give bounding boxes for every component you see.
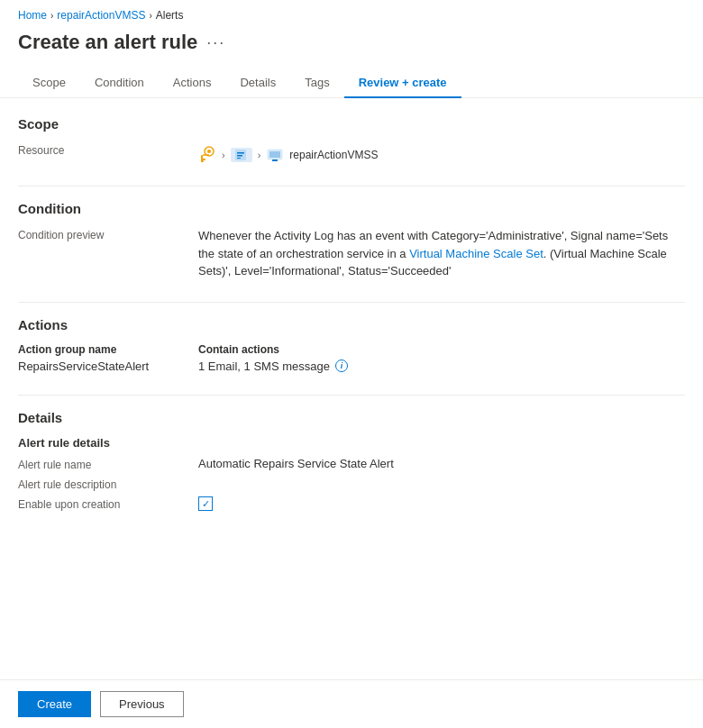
svg-rect-8	[237, 155, 242, 157]
svg-rect-12	[272, 159, 278, 161]
tab-review-create[interactable]: Review + create	[344, 68, 461, 98]
svg-point-1	[207, 150, 211, 153]
contain-actions-value: 1 Email, 1 SMS message i	[198, 359, 348, 373]
scope-resource-label: Resource	[18, 142, 198, 157]
vmss-link[interactable]: Virtual Machine Scale Set	[409, 247, 543, 260]
condition-preview-label: Condition preview	[18, 227, 198, 241]
actions-table: Action group name Contain actions Repair…	[18, 343, 685, 373]
breadcrumb-chevron-2: ›	[149, 11, 151, 21]
condition-preview-value: Whenever the Activity Log has an event w…	[198, 227, 685, 280]
page-title: Create an alert rule	[18, 31, 197, 54]
scope-section-title: Scope	[18, 116, 685, 132]
svg-rect-9	[237, 158, 241, 159]
details-section: Details Alert rule details Alert rule na…	[18, 410, 685, 512]
condition-divider	[18, 302, 685, 303]
alert-rule-description-row: Alert rule description	[18, 477, 685, 491]
actions-count-text: 1 Email, 1 SMS message	[198, 359, 330, 373]
tab-tags[interactable]: Tags	[290, 68, 343, 98]
alert-rule-name-label: Alert rule name	[18, 457, 198, 471]
col-header-action-group-name: Action group name	[18, 343, 198, 356]
resource-chevron-1: ›	[222, 150, 225, 160]
breadcrumb-current: Alerts	[156, 9, 184, 22]
details-section-title: Details	[18, 410, 685, 425]
scope-resource-row: Resource ›	[18, 142, 685, 164]
col-header-contain-actions: Contain actions	[198, 343, 279, 356]
condition-preview-row: Condition preview Whenever the Activity …	[18, 227, 685, 280]
tab-scope[interactable]: Scope	[18, 68, 80, 98]
svg-rect-7	[237, 152, 244, 154]
action-group-name-value: RepairsServiceStateAlert	[18, 359, 198, 373]
tab-condition[interactable]: Condition	[80, 68, 159, 98]
breadcrumb: Home › repairActionVMSS › Alerts	[0, 0, 703, 27]
condition-section: Condition Condition preview Whenever the…	[18, 201, 685, 280]
breadcrumb-home[interactable]: Home	[18, 9, 47, 22]
scope-section: Scope Resource	[18, 116, 685, 164]
scope-resource-value: › ›	[198, 142, 685, 164]
alert-rule-name-row: Alert rule name Automatic Repairs Servic…	[18, 457, 685, 471]
alert-rule-details-subtitle: Alert rule details	[18, 436, 685, 450]
enable-upon-creation-row: Enable upon creation ✓	[18, 496, 685, 512]
footer: Create Previous	[0, 679, 703, 728]
page-header: Create an alert rule ···	[0, 27, 703, 68]
more-options-button[interactable]: ···	[206, 34, 225, 50]
actions-table-row: RepairsServiceStateAlert 1 Email, 1 SMS …	[18, 359, 685, 373]
key-icon	[198, 146, 216, 164]
vm-icon	[266, 146, 284, 164]
alert-rule-description-label: Alert rule description	[18, 477, 198, 491]
svg-rect-3	[201, 159, 205, 160]
tab-details[interactable]: Details	[225, 68, 290, 98]
info-icon[interactable]: i	[335, 359, 348, 372]
actions-section-title: Actions	[18, 317, 685, 332]
svg-rect-4	[201, 160, 204, 162]
checkmark-icon: ✓	[202, 498, 210, 510]
actions-section: Actions Action group name Contain action…	[18, 317, 685, 373]
condition-section-title: Condition	[18, 201, 685, 216]
previous-button[interactable]: Previous	[100, 691, 184, 717]
create-button[interactable]: Create	[18, 691, 91, 717]
enable-upon-creation-checkbox[interactable]: ✓	[198, 496, 213, 511]
resource-type-badge	[231, 148, 252, 162]
main-content: Scope Resource	[0, 98, 703, 551]
enable-upon-creation-label: Enable upon creation	[18, 496, 198, 511]
resource-path-row: › ›	[198, 146, 685, 164]
actions-table-header: Action group name Contain actions	[18, 343, 685, 356]
scope-divider	[18, 186, 685, 187]
breadcrumb-resource[interactable]: repairActionVMSS	[57, 9, 145, 22]
resource-name-label: repairActionVMSS	[289, 149, 378, 161]
tabs-bar: Scope Condition Actions Details Tags Rev…	[0, 68, 703, 98]
svg-rect-11	[269, 151, 280, 158]
enable-upon-creation-value: ✓	[198, 496, 685, 512]
alert-rule-name-value: Automatic Repairs Service State Alert	[198, 457, 685, 470]
resource-chevron-2: ›	[258, 150, 261, 160]
actions-divider	[18, 395, 685, 396]
breadcrumb-chevron-1: ›	[50, 11, 53, 21]
tab-actions[interactable]: Actions	[159, 68, 226, 98]
